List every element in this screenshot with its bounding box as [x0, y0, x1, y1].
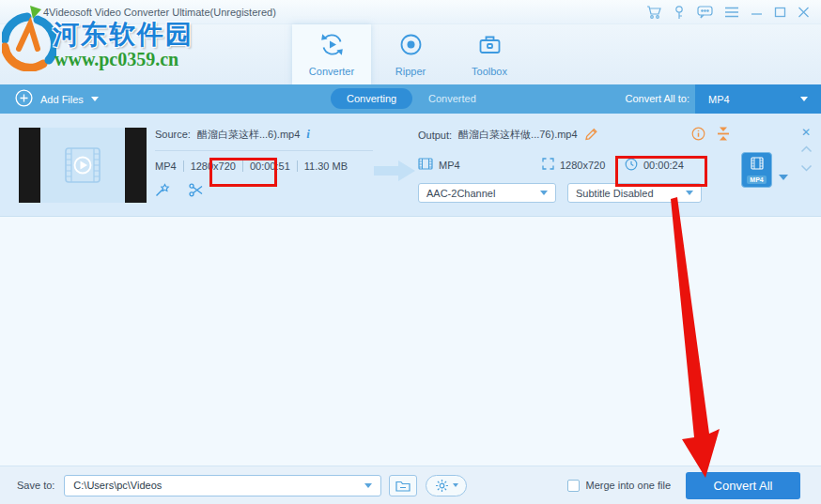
feedback-icon[interactable] — [697, 5, 713, 19]
source-resolution: 1280x720 — [183, 160, 242, 172]
audio-caret-icon — [540, 191, 548, 195]
output-duration: 00:00:24 — [643, 160, 684, 171]
output-format-value: MP4 — [708, 94, 730, 105]
merge-checkbox[interactable] — [567, 480, 580, 492]
gear-icon — [435, 479, 449, 493]
file-list-item: Source: 醋溜白菜这样...6).mp4 i MP4 1280x720 0… — [0, 114, 821, 217]
tab-toolbox[interactable]: Toolbox — [450, 24, 529, 84]
tab-converter-label: Converter — [309, 66, 354, 77]
output-filename: 醋溜白菜这样做...76).mp4 — [458, 128, 578, 142]
converted-label: Converted — [428, 93, 476, 104]
title-bar: 4Videosoft Video Converter Ultimate(Unre… — [0, 0, 821, 24]
save-path-caret-icon — [364, 483, 372, 488]
source-info-icon[interactable]: i — [306, 127, 310, 142]
audio-track-value: AAC-2Channel — [426, 188, 495, 199]
app-title: 4Videosoft Video Converter Ultimate(Unre… — [43, 7, 276, 18]
source-size: 11.30 MB — [297, 160, 354, 172]
move-up-icon[interactable] — [800, 140, 813, 157]
tab-ripper-label: Ripper — [395, 66, 426, 77]
menu-icon[interactable] — [724, 7, 739, 18]
tab-ripper[interactable]: Ripper — [371, 24, 450, 84]
close-icon[interactable] — [798, 7, 810, 18]
save-path-dropdown[interactable]: C:\Users\pc\Videos — [64, 475, 381, 496]
settings-caret-icon — [453, 483, 458, 487]
minimize-icon[interactable] — [751, 7, 763, 18]
ripper-disc-icon — [398, 32, 424, 61]
save-path-value: C:\Users\pc\Videos — [73, 480, 162, 491]
thumbnail-preview — [40, 128, 125, 203]
tab-converting[interactable]: Converting — [331, 88, 412, 109]
compress-icon[interactable] — [717, 127, 730, 143]
profile-film-icon — [751, 157, 764, 174]
converting-label: Converting — [347, 93, 396, 104]
add-files-button[interactable]: Add Files — [15, 84, 99, 114]
source-divider — [155, 150, 373, 151]
format-caret-icon — [800, 97, 808, 101]
profile-format-label: MP4 — [747, 176, 766, 184]
cut-scissors-icon[interactable] — [189, 183, 204, 201]
audio-track-dropdown[interactable]: AAC-2Channel — [418, 183, 556, 203]
edit-wand-icon[interactable] — [155, 183, 170, 201]
source-filename: 醋溜白菜这样...6).mp4 — [197, 128, 300, 142]
subtitle-caret-icon — [686, 191, 693, 195]
source-to-output-arrow-icon — [374, 159, 415, 187]
profile-format-button[interactable]: MP4 — [741, 152, 772, 188]
settings-button[interactable] — [426, 475, 467, 496]
subtitle-dropdown[interactable]: Subtitle Disabled — [567, 183, 702, 203]
folder-icon — [395, 480, 410, 492]
output-meta: MP4 1280x720 00:00:24 — [418, 158, 730, 173]
cart-icon[interactable] — [646, 5, 661, 20]
tab-toolbox-label: Toolbox — [472, 66, 507, 77]
tab-converter[interactable]: Converter — [292, 24, 371, 84]
source-format: MP4 — [155, 160, 183, 172]
video-thumbnail[interactable] — [19, 128, 147, 203]
tab-converted[interactable]: Converted — [428, 93, 476, 104]
converter-icon — [319, 32, 345, 61]
output-format: MP4 — [439, 160, 460, 171]
action-toolbar: Add Files Converting Converted Convert A… — [0, 84, 821, 114]
output-resolution: 1280x720 — [560, 160, 605, 171]
add-plus-icon — [15, 89, 33, 109]
toolbox-icon — [477, 32, 503, 61]
output-info: Output: 醋溜白菜这样做...76).mp4 MP4 — [418, 127, 730, 203]
add-files-caret-icon — [91, 97, 99, 101]
thumbnail-letterbox-left — [19, 128, 40, 203]
window-controls — [646, 5, 810, 20]
output-film-icon — [418, 158, 433, 172]
open-folder-button[interactable] — [389, 475, 417, 496]
convert-all-to-label: Convert All to: — [626, 93, 689, 104]
rename-pencil-icon[interactable] — [584, 127, 598, 143]
convert-all-label: Convert All — [714, 479, 773, 493]
file-list-empty-area — [0, 218, 821, 466]
convert-all-button[interactable]: Convert All — [686, 472, 800, 499]
subtitle-value: Subtitle Disabled — [576, 188, 654, 199]
add-files-label: Add Files — [40, 94, 84, 105]
maximize-icon[interactable] — [774, 7, 786, 18]
film-play-icon — [61, 145, 104, 185]
output-format-dropdown[interactable]: MP4 — [695, 84, 821, 114]
merge-option[interactable]: Merge into one file — [567, 480, 672, 492]
bottom-bar: Save to: C:\Users\pc\Videos Merge into o… — [0, 466, 821, 504]
merge-label: Merge into one file — [586, 480, 672, 491]
thumbnail-letterbox-right — [125, 128, 147, 203]
register-key-icon[interactable] — [673, 5, 686, 20]
resolution-resize-icon — [542, 158, 554, 172]
source-duration: 00:00:51 — [242, 160, 297, 172]
output-details-info-icon[interactable] — [691, 127, 705, 143]
source-info: Source: 醋溜白菜这样...6).mp4 i MP4 1280x720 0… — [155, 127, 379, 201]
clock-icon — [625, 158, 638, 173]
output-prefix: Output: — [418, 130, 452, 141]
remove-file-icon[interactable]: ✕ — [801, 127, 811, 138]
header: Converter Ripper Toolbox — [0, 24, 821, 84]
move-down-icon[interactable] — [800, 159, 813, 176]
source-meta: MP4 1280x720 00:00:51 11.30 MB — [155, 160, 379, 172]
mode-tabs: Converter Ripper Toolbox — [292, 24, 529, 84]
profile-dropdown-caret[interactable] — [779, 167, 788, 184]
save-to-label: Save to: — [17, 480, 54, 491]
source-prefix: Source: — [155, 129, 191, 140]
